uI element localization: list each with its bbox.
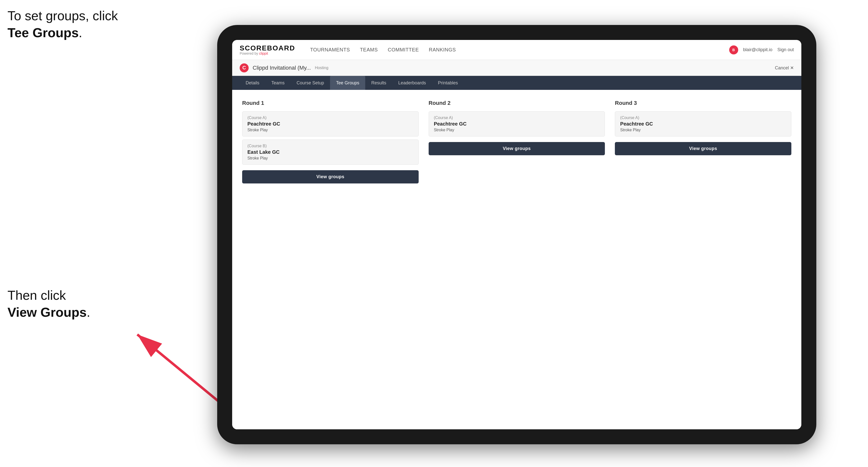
round-2-column: Round 2 (Course A) Peachtree GC Stroke P… xyxy=(429,100,605,183)
sub-header: C Clippd Invitational (My... Hosting Can… xyxy=(232,60,801,76)
instruction-top-period: . xyxy=(79,26,82,40)
tab-printables[interactable]: Printables xyxy=(432,76,464,90)
tablet-screen: SCOREBOARD Powered by clippit TOURNAMENT… xyxy=(232,40,801,429)
round-2-course-a-card: (Course A) Peachtree GC Stroke Play xyxy=(429,111,605,136)
round-1-course-a-label: (Course A) xyxy=(247,116,413,120)
instruction-bottom: Then click View Groups. xyxy=(7,287,90,321)
rounds-grid: Round 1 (Course A) Peachtree GC Stroke P… xyxy=(242,100,792,183)
instruction-top-line1: To set groups, click xyxy=(7,8,118,23)
c-logo: C xyxy=(240,63,249,72)
logo-scoreboard: SCOREBOARD xyxy=(240,45,295,52)
round-1-course-b-format: Stroke Play xyxy=(247,156,413,160)
instruction-bottom-line1: Then click xyxy=(7,288,66,303)
instruction-bottom-bold: View Groups xyxy=(7,305,87,319)
round-1-column: Round 1 (Course A) Peachtree GC Stroke P… xyxy=(242,100,418,183)
top-nav: SCOREBOARD Powered by clippit TOURNAMENT… xyxy=(232,40,801,60)
round-3-course-a-card: (Course A) Peachtree GC Stroke Play xyxy=(615,111,792,136)
instruction-bottom-period: . xyxy=(87,305,90,319)
nav-left: SCOREBOARD Powered by clippit TOURNAMENT… xyxy=(240,45,456,55)
main-content: Round 1 (Course A) Peachtree GC Stroke P… xyxy=(232,90,801,429)
nav-tournaments[interactable]: TOURNAMENTS xyxy=(310,47,350,53)
round-1-course-b-label: (Course B) xyxy=(247,144,413,148)
tab-leaderboards[interactable]: Leaderboards xyxy=(392,76,432,90)
nav-rankings[interactable]: RANKINGS xyxy=(429,47,456,53)
round-1-course-a-name: Peachtree GC xyxy=(247,121,413,127)
round-3-title: Round 3 xyxy=(615,100,792,106)
tab-tee-groups[interactable]: Tee Groups xyxy=(330,76,365,90)
nav-committee[interactable]: COMMITTEE xyxy=(388,47,419,53)
tournament-name: Clippd Invitational (My... xyxy=(253,65,311,71)
round-1-course-a-card: (Course A) Peachtree GC Stroke Play xyxy=(242,111,418,136)
tablet-frame: SCOREBOARD Powered by clippit TOURNAMENT… xyxy=(217,25,816,444)
round-3-view-groups-button[interactable]: View groups xyxy=(615,142,792,155)
logo-area: SCOREBOARD Powered by clippit xyxy=(240,45,295,55)
round-3-course-a-format: Stroke Play xyxy=(620,128,786,132)
round-1-course-b-card: (Course B) East Lake GC Stroke Play xyxy=(242,139,418,165)
tab-results[interactable]: Results xyxy=(365,76,392,90)
round-2-view-groups-button[interactable]: View groups xyxy=(429,142,605,155)
logo-powered: Powered by clippit xyxy=(240,52,295,55)
round-1-course-a-format: Stroke Play xyxy=(247,128,413,132)
tab-details[interactable]: Details xyxy=(240,76,266,90)
hosting-badge: Hosting xyxy=(315,66,328,70)
round-1-course-b-name: East Lake GC xyxy=(247,149,413,155)
user-avatar: B xyxy=(729,45,738,54)
tab-nav: Details Teams Course Setup Tee Groups Re… xyxy=(232,76,801,90)
tab-course-setup[interactable]: Course Setup xyxy=(290,76,330,90)
user-email: blair@clippit.io xyxy=(743,47,772,53)
round-3-course-a-name: Peachtree GC xyxy=(620,121,786,127)
nav-links: TOURNAMENTS TEAMS COMMITTEE RANKINGS xyxy=(310,47,456,53)
tab-teams[interactable]: Teams xyxy=(266,76,290,90)
round-3-column: Round 3 (Course A) Peachtree GC Stroke P… xyxy=(615,100,792,183)
round-2-course-a-format: Stroke Play xyxy=(434,128,600,132)
round-2-course-a-name: Peachtree GC xyxy=(434,121,600,127)
svg-line-3 xyxy=(137,335,222,404)
round-3-course-a-label: (Course A) xyxy=(620,116,786,120)
round-1-view-groups-button[interactable]: View groups xyxy=(242,170,418,183)
nav-right: B blair@clippit.io Sign out xyxy=(729,45,794,54)
round-2-course-a-label: (Course A) xyxy=(434,116,600,120)
instruction-top: To set groups, click Tee Groups. xyxy=(7,7,118,41)
tournament-title: C Clippd Invitational (My... Hosting xyxy=(240,63,328,72)
round-2-title: Round 2 xyxy=(429,100,605,106)
round-1-title: Round 1 xyxy=(242,100,418,106)
instruction-top-bold: Tee Groups xyxy=(7,26,79,40)
cancel-button[interactable]: Cancel ✕ xyxy=(775,65,794,71)
nav-teams[interactable]: TEAMS xyxy=(360,47,378,53)
sign-out-link[interactable]: Sign out xyxy=(777,47,794,53)
